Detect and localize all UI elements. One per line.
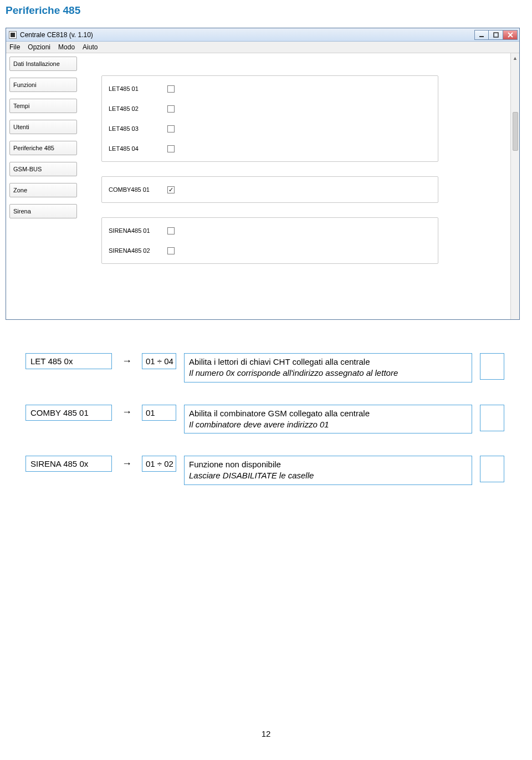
window-title: Centrale CE818 (v. 1.10) <box>20 31 471 39</box>
comby485-01-label: COMBY485 01 <box>109 186 160 193</box>
desc-row-let485: LET 485 0x → 01 ÷ 04 Abilita i lettori d… <box>25 353 526 382</box>
description-section: LET 485 0x → 01 ÷ 04 Abilita i lettori d… <box>25 353 526 485</box>
let485-group: LET485 01 LET485 02 LET485 03 LET485 04 <box>101 75 438 162</box>
let485-04-label: LET485 04 <box>109 145 160 152</box>
vertical-scrollbar[interactable]: ▲ <box>510 53 519 319</box>
page-title: Periferiche 485 <box>6 0 526 28</box>
sirena485-02-label: SIRENA485 02 <box>109 247 160 254</box>
scroll-thumb[interactable] <box>513 112 518 151</box>
comby485-group: COMBY485 01 ✓ <box>101 176 438 203</box>
menu-file[interactable]: File <box>9 43 20 51</box>
let485-02-label: LET485 02 <box>109 105 160 112</box>
desc-tail-sirena485 <box>480 456 504 482</box>
desc-row-comby485: COMBY 485 01 → 01 Abilita il combinatore… <box>25 405 526 434</box>
comby485-01-checkbox[interactable]: ✓ <box>167 186 175 193</box>
sidebar-item-zone[interactable]: Zone <box>9 183 77 197</box>
sidebar-item-funzioni[interactable]: Funzioni <box>9 78 77 92</box>
desc-text-comby485: Abilita il combinatore GSM collegato all… <box>184 405 472 434</box>
sidebar-item-utenti[interactable]: Utenti <box>9 120 77 134</box>
desc-range-comby485: 01 <box>142 405 176 421</box>
sirena485-02-checkbox[interactable] <box>167 247 175 254</box>
arrow-right-icon: → <box>120 456 134 470</box>
desc-range-sirena485: 01 ÷ 02 <box>142 456 176 472</box>
sidebar: Dati Installazione Funzioni Tempi Utenti… <box>6 53 79 228</box>
desc-name-sirena485: SIRENA 485 0x <box>25 456 112 472</box>
let485-02-checkbox[interactable] <box>167 105 175 113</box>
svg-rect-0 <box>479 36 484 37</box>
desc-range-let485: 01 ÷ 04 <box>142 353 176 369</box>
let485-01-checkbox[interactable] <box>167 85 175 93</box>
desc-name-let485: LET 485 0x <box>25 353 112 369</box>
desc-note-sirena485: Lasciare DISABILITATE le caselle <box>189 470 467 481</box>
sidebar-item-dati-installazione[interactable]: Dati Installazione <box>9 57 77 71</box>
maximize-button[interactable] <box>489 30 503 40</box>
sidebar-item-gsm-bus[interactable]: GSM-BUS <box>9 162 77 176</box>
let485-01-label: LET485 01 <box>109 85 160 92</box>
desc-text-let485: Abilita i lettori di chiavi CHT collegat… <box>184 353 472 382</box>
desc-main-let485: Abilita i lettori di chiavi CHT collegat… <box>189 356 467 368</box>
desc-tail-let485 <box>480 353 504 380</box>
let485-03-label: LET485 03 <box>109 125 160 132</box>
sidebar-item-periferiche-485[interactable]: Periferiche 485 <box>9 141 77 155</box>
desc-tail-comby485 <box>480 405 504 431</box>
svg-rect-1 <box>494 33 498 37</box>
let485-03-checkbox[interactable] <box>167 125 175 132</box>
arrow-right-icon: → <box>120 405 134 419</box>
menu-modo[interactable]: Modo <box>58 43 75 51</box>
let485-04-checkbox[interactable] <box>167 145 175 152</box>
desc-note-let485: Il numero 0x corrisponde all'indirizzo a… <box>189 368 467 379</box>
page-number: 12 <box>6 729 526 746</box>
content-pane: LET485 01 LET485 02 LET485 03 LET485 04 <box>79 53 510 319</box>
desc-main-comby485: Abilita il combinatore GSM collegato all… <box>189 408 467 419</box>
sidebar-item-sirena[interactable]: Sirena <box>9 204 77 218</box>
arrow-right-icon: → <box>120 353 134 368</box>
desc-row-sirena485: SIRENA 485 0x → 01 ÷ 02 Funzione non dis… <box>25 456 526 485</box>
sirena485-01-checkbox[interactable] <box>167 227 175 234</box>
sirena485-01-label: SIRENA485 01 <box>109 227 160 234</box>
menu-aiuto[interactable]: Aiuto <box>83 43 98 51</box>
desc-note-comby485: Il combinatore deve avere indirizzo 01 <box>189 419 467 430</box>
minimize-button[interactable] <box>474 30 489 40</box>
desc-text-sirena485: Funzione non disponibile Lasciare DISABI… <box>184 456 472 485</box>
menubar: File Opzioni Modo Aiuto <box>6 42 519 53</box>
app-icon <box>9 31 17 39</box>
menu-opzioni[interactable]: Opzioni <box>28 43 50 51</box>
sidebar-item-tempi[interactable]: Tempi <box>9 99 77 113</box>
scroll-up-icon[interactable]: ▲ <box>511 54 519 62</box>
titlebar: Centrale CE818 (v. 1.10) <box>6 28 519 42</box>
window: Centrale CE818 (v. 1.10) File Opzioni Mo… <box>6 28 520 320</box>
desc-main-sirena485: Funzione non disponibile <box>189 459 467 470</box>
close-button[interactable] <box>503 30 518 40</box>
sirena485-group: SIRENA485 01 SIRENA485 02 <box>101 217 438 264</box>
desc-name-comby485: COMBY 485 01 <box>25 405 112 421</box>
